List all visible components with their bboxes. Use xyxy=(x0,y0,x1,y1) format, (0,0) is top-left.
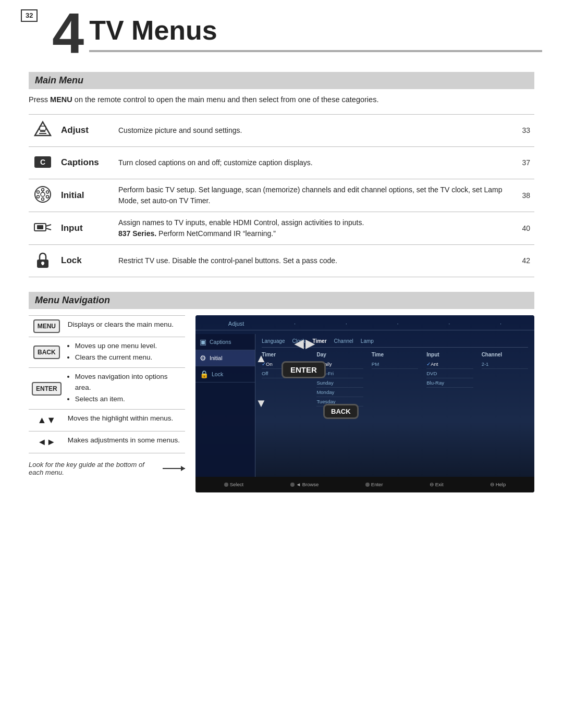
nav-row-leftright: ◄► Makes adjustments in some menus. xyxy=(29,431,185,453)
tv-top-dot1: · xyxy=(294,320,296,327)
svg-point-10 xyxy=(42,198,44,201)
channel-21: 2-1 xyxy=(482,360,528,369)
table-row: Adjust Customize picture and sound setti… xyxy=(29,114,534,146)
input-desc-before: Assign names to TV inputs, enable HDMI C… xyxy=(118,218,364,227)
day-monday: Monday xyxy=(316,388,363,397)
back-desc: Moves up one menu level. Clears the curr… xyxy=(65,337,185,368)
tv-screenshot: Adjust · · · · · ▣ Captions xyxy=(195,315,534,492)
left-arrow-overlay: ◀ xyxy=(295,337,303,351)
sub-lamp: Lamp xyxy=(361,338,374,344)
updown-btn-cell: ▲▼ xyxy=(29,410,65,431)
input-ant: ✓Ant xyxy=(426,360,473,369)
page-header: 32 4 TV Menus xyxy=(0,0,563,61)
captions-icon: C xyxy=(33,152,53,172)
svg-line-17 xyxy=(46,225,51,226)
lock-desc: Restrict TV use. Disable the control-pan… xyxy=(114,244,513,277)
menu-desc: Displays or clears the main menu. xyxy=(65,315,185,337)
tv-top-dot2: · xyxy=(346,320,347,327)
help-label: ⊖ Help xyxy=(490,482,506,487)
browse-label: ◄ Browse xyxy=(296,482,319,487)
input-name: Input xyxy=(57,212,114,244)
enter-bullet-2: Selects an item. xyxy=(75,394,182,404)
adjust-desc: Customize picture and sound settings. xyxy=(114,114,513,146)
tv-top-dot3: · xyxy=(397,320,399,327)
initial-icon-cell xyxy=(29,179,57,212)
content-area: Main Menu Press MENU on the remote contr… xyxy=(0,72,563,492)
back-bullet-list: Moves up one menu level. Clears the curr… xyxy=(68,341,182,363)
adjust-page: 33 xyxy=(513,114,534,146)
tv-col-input: Input ✓Ant DVD Blu-Ray xyxy=(426,352,473,406)
input-dvd: DVD xyxy=(426,369,473,378)
menu-btn-cell: MENU xyxy=(29,315,65,337)
enter-bullet-1: Moves navigation into options area. xyxy=(75,372,182,393)
tv-top-bar: Adjust · · · · · xyxy=(195,315,534,330)
svg-point-9 xyxy=(46,195,49,198)
lock-icon-cell xyxy=(29,244,57,277)
input-page: 40 xyxy=(513,212,534,244)
page-number: 32 xyxy=(21,9,38,22)
tv-screen: Adjust · · · · · ▣ Captions xyxy=(195,315,534,492)
bottom-enter: Enter xyxy=(365,482,383,487)
leftright-btn-cell: ◄► xyxy=(29,431,65,453)
menu-button-label: MENU xyxy=(33,319,60,333)
svg-point-13 xyxy=(41,192,45,196)
enter-btn-cell: ENTER xyxy=(29,368,65,410)
bottom-exit: ⊖ Exit xyxy=(430,482,443,487)
bottom-select: Select xyxy=(224,482,243,487)
enter-btn-overlay: ENTER xyxy=(282,361,326,378)
tv-menu-captions: ▣ Captions xyxy=(195,334,255,350)
svg-point-8 xyxy=(46,191,49,193)
input-icon-cell xyxy=(29,212,57,244)
adjust-icon xyxy=(33,120,53,140)
tv-col-time: Time PM xyxy=(372,352,418,406)
menu-navigation-section: Menu Navigation MENU Displays or clears … xyxy=(29,292,534,492)
tv-bottom-bar: Select ◄ Browse Enter ⊖ Exit xyxy=(195,477,534,492)
chapter-title-block: TV Menus xyxy=(89,9,542,52)
right-arrow-overlay: ▶ xyxy=(305,337,314,351)
chapter-title-underline xyxy=(89,50,542,52)
sub-timer: Timer xyxy=(313,338,327,344)
adjust-name: Adjust xyxy=(57,114,114,146)
captions-page: 37 xyxy=(513,146,534,179)
back-button-label: BACK xyxy=(33,346,60,359)
initial-label: Initial xyxy=(210,355,223,361)
intro-text: Press MENU on the remote control to open… xyxy=(29,94,534,106)
tv-top-adjust: Adjust xyxy=(228,320,244,327)
tv-top-dot4: · xyxy=(448,320,450,327)
bottom-browse: ◄ Browse xyxy=(290,482,319,487)
lock-menu-icon: 🔒 xyxy=(200,370,209,378)
input-desc: Assign names to TV inputs, enable HDMI C… xyxy=(114,212,513,244)
menu-navigation-heading: Menu Navigation xyxy=(29,292,534,309)
svg-point-11 xyxy=(37,195,40,198)
captions-name: Captions xyxy=(57,146,114,179)
svg-point-12 xyxy=(37,191,40,193)
captions-label: Captions xyxy=(210,339,231,345)
lock-icon xyxy=(33,250,53,270)
tv-right-panel: Language Clock Timer Channel Lamp Timer … xyxy=(255,334,534,477)
table-row: Input Assign names to TV inputs, enable … xyxy=(29,212,534,244)
tv-col-channel: Channel 2-1 xyxy=(482,352,528,406)
svg-rect-16 xyxy=(37,225,43,229)
initial-icon xyxy=(33,184,53,204)
back-btn-cell: BACK xyxy=(29,337,65,368)
select-dot xyxy=(224,483,228,487)
down-arrow-overlay: ▼ xyxy=(255,397,267,410)
captions-menu-icon: ▣ xyxy=(200,338,206,346)
svg-rect-21 xyxy=(42,263,44,265)
back-btn-overlay: BACK xyxy=(323,404,359,419)
nav-table: MENU Displays or clears the main menu. B… xyxy=(29,315,185,453)
horizontal-arrows-overlay: ◀ ▶ xyxy=(295,337,314,351)
initial-page: 38 xyxy=(513,179,534,212)
initial-name: Initial xyxy=(57,179,114,212)
table-row: Initial Perform basic TV setup. Set lang… xyxy=(29,179,534,212)
vertical-arrows-overlay: ▲ ▼ xyxy=(255,352,267,410)
key-guide-text: Look for the key guide at the bottom of … xyxy=(29,461,158,476)
chapter-title: TV Menus xyxy=(89,15,542,46)
tv-col-timer: Timer ✓On Off xyxy=(262,352,308,406)
adjust-icon-cell xyxy=(29,114,57,146)
lock-label: Lock xyxy=(212,371,223,377)
leftright-desc: Makes adjustments in some menus. xyxy=(65,431,185,453)
enter-bottom-label: Enter xyxy=(371,482,383,487)
back-bullet-1: Moves up one menu level. xyxy=(75,341,182,351)
table-row: Lock Restrict TV use. Disable the contro… xyxy=(29,244,534,277)
